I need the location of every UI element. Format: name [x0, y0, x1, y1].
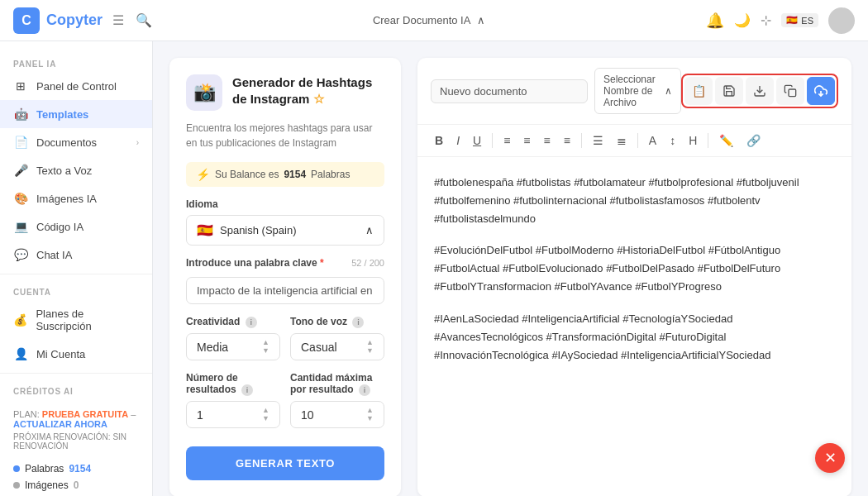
filename-selector[interactable]: Seleccionar Nombre de Archivo ∧: [594, 68, 681, 114]
fmt-separator-4: [708, 133, 708, 148]
menu-icon[interactable]: ☰: [112, 12, 124, 28]
editor-paragraph-3: #IAenLaSociedad #InteligenciaArtificial …: [434, 310, 835, 365]
language-selector[interactable]: 🇪🇸 ES: [781, 13, 818, 27]
heading-btn[interactable]: H: [684, 131, 701, 150]
tono-down-btn[interactable]: ▼: [366, 347, 374, 355]
char-count: 52 / 200: [351, 258, 384, 268]
app-logo: C Copyter: [13, 7, 103, 34]
nav-utility-icons: ☰ 🔍: [112, 12, 152, 28]
sidebar-item-codigo-ia[interactable]: 💻 Código IA: [0, 212, 152, 241]
theme-toggle-icon[interactable]: 🌙: [734, 12, 751, 28]
align-right-btn[interactable]: ≡: [539, 131, 554, 150]
sidebar-creditos-label: CRÉDITOS AI: [0, 379, 152, 399]
num-resultados-info-icon[interactable]: i: [241, 384, 253, 396]
duplicate-doc-btn[interactable]: [776, 77, 804, 105]
sidebar-item-documentos[interactable]: 📄 Documentos ›: [0, 128, 152, 156]
cantidad-group: Cantidad máxima por resultado i 10 ▲ ▼: [290, 372, 384, 428]
sidebar-cuenta-label: CUENTA: [0, 279, 152, 300]
spanish-flag-icon: 🇪🇸: [197, 222, 213, 238]
plan-free-label[interactable]: PRUEBA GRATUITA: [42, 409, 128, 419]
lightning-icon: ⚡: [196, 168, 210, 181]
image-ia-icon: 🎨: [13, 192, 28, 205]
tono-group: Tono de voz i Casual ▲ ▼: [290, 316, 384, 360]
sidebar-item-texto-voz[interactable]: 🎤 Texto a Voz: [0, 156, 152, 184]
editor-content[interactable]: #futbolenespaña #futbolistas #futbolamat…: [417, 157, 851, 496]
balance-badge: ⚡ Su Balance es 9154 Palabras: [186, 162, 384, 187]
italic-btn[interactable]: I: [452, 131, 464, 150]
cantidad-up-btn[interactable]: ▲: [366, 407, 374, 414]
align-left-btn[interactable]: ≡: [499, 131, 514, 150]
panel-header: 📸 Generador de Hashtags de Instagram ☆: [186, 74, 384, 111]
plan-section: PLAN: PRUEBA GRATUITA – ACTUALIZAR AHORA…: [0, 399, 152, 460]
credit-row-imagenes: Imágenes 0: [0, 477, 152, 494]
generate-text-button[interactable]: GENERAR TEXTO: [186, 446, 384, 480]
sidebar-item-mi-cuenta[interactable]: 👤 Mi Cuenta: [0, 340, 152, 368]
plan-next-renewal: PRÓXIMA RENOVACIÓN: SIN RENOVACIÓN: [13, 432, 139, 451]
link-btn[interactable]: 🔗: [742, 131, 765, 150]
list-ol-btn[interactable]: ☰: [589, 131, 608, 150]
font-size-btn[interactable]: A: [645, 131, 661, 150]
expand-icon[interactable]: ⊹: [761, 12, 771, 28]
download-doc-btn[interactable]: [746, 77, 774, 105]
format-toolbar: B I U ≡ ≡ ≡ ≡ ☰ ≣ A ↕ H ✏️ 🔗: [417, 125, 851, 157]
language-select[interactable]: 🇪🇸 Spanish (Spain) ∧: [186, 215, 384, 246]
nav-right: 🔔 🌙 ⊹ 🇪🇸 ES: [706, 7, 855, 34]
fmt-separator-1: [492, 133, 493, 148]
num-resultados-label: Número de resultados i: [186, 372, 280, 396]
num-resultados-up-btn[interactable]: ▲: [262, 407, 269, 414]
tono-info-icon[interactable]: i: [352, 317, 364, 328]
sidebar: PANEL IA ⊞ Panel de Control 🤖 Templates …: [0, 41, 153, 496]
sidebar-item-panel-control[interactable]: ⊞ Panel de Control: [0, 72, 152, 100]
app-name: Copyter: [46, 12, 103, 29]
tono-stepper[interactable]: Casual ▲ ▼: [290, 333, 384, 360]
creatividad-tono-row: Creatividad i Media ▲ ▼ Tono de voz i: [186, 316, 384, 360]
cantidad-stepper[interactable]: 10 ▲ ▼: [290, 401, 384, 428]
credit-row-palabras: Palabras 9154: [0, 460, 152, 477]
share-doc-btn[interactable]: [807, 77, 835, 105]
list-ul-btn[interactable]: ≣: [613, 131, 631, 150]
keyword-input[interactable]: [186, 277, 384, 304]
sidebar-item-planes[interactable]: 💰 Planes de Suscripción: [0, 300, 152, 340]
user-avatar[interactable]: [828, 7, 855, 34]
copy-doc-btn[interactable]: 📋: [684, 77, 713, 105]
palabras-dot: [13, 465, 20, 472]
sidebar-item-chat-ia[interactable]: 💬 Chat IA: [0, 241, 152, 269]
align-justify-btn[interactable]: ≡: [560, 131, 575, 150]
sidebar-item-imagenes-ia[interactable]: 🎨 Imágenes IA: [0, 184, 152, 212]
line-height-btn[interactable]: ↕: [665, 131, 680, 150]
main-content: 📸 Generador de Hashtags de Instagram ☆ E…: [153, 41, 868, 496]
underline-btn[interactable]: U: [469, 131, 485, 150]
save-doc-btn[interactable]: [715, 77, 743, 105]
align-center-btn[interactable]: ≡: [519, 131, 534, 150]
bold-btn[interactable]: B: [431, 131, 447, 150]
tono-up-btn[interactable]: ▲: [366, 339, 374, 346]
pen-btn[interactable]: ✏️: [715, 131, 737, 150]
balance-value: 9154: [284, 169, 306, 180]
num-resultados-stepper[interactable]: 1 ▲ ▼: [186, 401, 280, 428]
fmt-separator-2: [581, 133, 582, 148]
account-icon: 👤: [13, 347, 28, 360]
keyword-group: Introduce una palabra clave * 52 / 200: [186, 257, 384, 304]
plan-upgrade-link[interactable]: ACTUALIZAR AHORA: [13, 419, 107, 429]
search-icon[interactable]: 🔍: [136, 12, 152, 28]
imagenes-dot: [13, 482, 20, 489]
create-doc-btn[interactable]: Crear Documento IA ∧: [373, 14, 486, 26]
tono-label: Tono de voz i: [290, 316, 384, 328]
cantidad-down-btn[interactable]: ▼: [366, 415, 374, 422]
creatividad-stepper[interactable]: Media ▲ ▼: [186, 333, 280, 360]
imagenes-count: 0: [74, 479, 79, 491]
creatividad-down-btn[interactable]: ▼: [262, 347, 269, 355]
doc-title-input[interactable]: [431, 79, 588, 103]
sidebar-item-templates[interactable]: 🤖 Templates: [0, 100, 152, 128]
num-resultados-group: Número de resultados i 1 ▲ ▼: [186, 372, 280, 428]
num-resultados-down-btn[interactable]: ▼: [262, 415, 269, 422]
chevron-up-icon: ∧: [477, 14, 485, 26]
creatividad-up-btn[interactable]: ▲: [262, 339, 269, 346]
sidebar-divider: [0, 274, 152, 274]
documents-icon: 📄: [13, 136, 28, 149]
required-star: *: [320, 257, 324, 269]
creatividad-info-icon[interactable]: i: [246, 317, 257, 328]
notifications-icon[interactable]: 🔔: [706, 12, 724, 30]
cantidad-info-icon[interactable]: i: [359, 384, 370, 396]
close-fab-button[interactable]: ✕: [815, 443, 845, 473]
